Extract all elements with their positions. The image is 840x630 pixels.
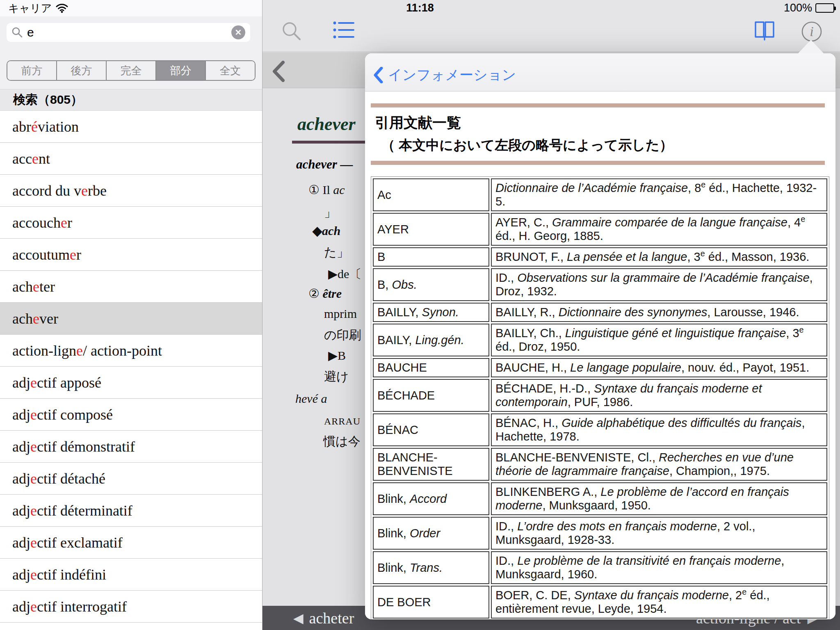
battery-percent-label: 100%: [784, 2, 812, 14]
text-run: Ling.gén.: [415, 333, 464, 347]
result-text: ach: [12, 278, 33, 295]
segment-button[interactable]: 完全: [107, 61, 156, 80]
text-run: BAILLY, Ch.,: [495, 326, 565, 340]
result-text: ctif détaché: [37, 470, 105, 487]
result-list-item[interactable]: adjectif démonstratif: [0, 431, 262, 463]
result-text: ctif composé: [37, 406, 113, 423]
citation-abbr-cell: B, Obs.: [373, 268, 489, 301]
result-text: ctif indéfini: [37, 566, 106, 583]
bibliography-title: 引用文献一覧: [375, 113, 461, 132]
result-text: adj: [12, 598, 30, 615]
result-list-item[interactable]: adjectif interrogatif: [0, 591, 262, 623]
citation-abbr-cell: BÉCHADE: [373, 379, 489, 412]
text-run: BAILLY,: [377, 306, 422, 319]
toolbar-index-list-icon[interactable]: [333, 21, 354, 39]
search-field[interactable]: ✕: [7, 23, 250, 42]
text-run: Ac: [377, 188, 391, 201]
text-run: ID.,: [495, 554, 517, 567]
prev-entry-button[interactable]: ◀ acheter: [293, 609, 354, 627]
result-list-item[interactable]: action-ligne / action-point: [0, 335, 262, 367]
text-run: 慣は今: [323, 434, 361, 448]
segment-button[interactable]: 後方: [57, 61, 107, 80]
information-popover: インフォメーション 引用文献一覧 （ 本文中において左段の略号によって示した） …: [365, 53, 835, 619]
citation-abbr-cell: BLANCHE-BENVENISTE: [373, 448, 489, 481]
result-text: e: [30, 502, 37, 519]
search-sidebar: キャリア ✕ 前方後方完全部分全文 検索（805） abréviationacc…: [0, 0, 262, 630]
citation-row: AcDictionnaire de l’Académie française, …: [373, 178, 827, 211]
text-run: , Larousse, 1946.: [707, 306, 799, 319]
entry-text-line: ② être: [308, 286, 342, 301]
text-run: BLANCHE-BENVENISTE, Cl.,: [495, 451, 659, 464]
text-run: の印刷: [324, 328, 361, 342]
result-text: e: [30, 406, 37, 423]
svg-text:i: i: [810, 24, 813, 39]
result-text: adj: [12, 374, 30, 391]
popover-back-label: インフォメーション: [388, 66, 516, 84]
citation-abbr-cell: Blink, Accord: [373, 482, 489, 515]
result-list-item[interactable]: accoucher: [0, 207, 262, 239]
text-run: た」: [324, 245, 349, 259]
result-text: accoutum: [12, 246, 70, 263]
result-list-item[interactable]: accent: [0, 143, 262, 175]
result-text: e: [30, 438, 37, 455]
entry-text-line: 避け: [324, 368, 349, 385]
segment-button[interactable]: 前方: [7, 61, 57, 80]
result-list-item[interactable]: accoutumer: [0, 239, 262, 271]
text-run: BOER, C. DE,: [495, 589, 574, 602]
citation-row: BÉCHADEBÉCHADE, H.-D., Syntaxe du frança…: [373, 379, 827, 412]
result-list-item[interactable]: adjectif indéfini: [0, 559, 262, 591]
text-run: Blink,: [377, 492, 410, 505]
result-list-item[interactable]: accord du verbe: [0, 175, 262, 207]
segment-button[interactable]: 全文: [206, 61, 255, 80]
citation-row: Blink, Trans.ID., Le problème de la tran…: [373, 551, 827, 584]
entry-text-line: ▶B: [328, 348, 346, 363]
back-chevron-icon[interactable]: [272, 61, 285, 82]
result-text: e: [33, 310, 39, 327]
citation-ref-cell: BÉCHADE, H.-D., Syntaxe du français mode…: [491, 379, 827, 412]
popover-back-button[interactable]: インフォメーション: [373, 66, 516, 84]
search-input[interactable]: [23, 25, 231, 39]
result-text: adj: [12, 502, 30, 519]
entry-text-line: mprim: [324, 307, 357, 321]
headword-rule: [292, 141, 365, 144]
search-mode-segmented-control: 前方後方完全部分全文: [7, 60, 256, 81]
result-list-item[interactable]: adjectif exclamatif: [0, 527, 262, 559]
entry-text-line: ① Il ac: [308, 183, 345, 197]
result-text: adj: [12, 438, 30, 455]
result-list-item[interactable]: adjectif déterminatif: [0, 495, 262, 527]
text-run: Accord: [410, 492, 447, 505]
popover-arrow: [798, 40, 824, 54]
result-text: / action-point: [83, 342, 162, 359]
result-list-item[interactable]: achever: [0, 303, 262, 335]
result-list-item[interactable]: adjectif apposé: [0, 367, 262, 399]
toolbar-info-icon[interactable]: i: [801, 21, 823, 43]
text-run: ac: [333, 183, 345, 196]
text-run: ① Il: [308, 183, 333, 196]
text-run: 避け: [324, 370, 349, 383]
text-run: BAILLY, R.,: [495, 306, 559, 319]
citation-abbr-cell: BAILLY, Synon.: [373, 303, 489, 322]
citation-abbr-cell: BAILY, Ling.gén.: [373, 324, 489, 356]
dictionary-entry-fragment: achever achever — ① Il ac」◆achた」▶de〔② êt…: [262, 88, 365, 606]
result-list-item[interactable]: abréviation: [0, 111, 262, 143]
result-text: ctif déterminatif: [37, 502, 132, 519]
result-text: ctif interrogatif: [37, 598, 127, 615]
segment-button[interactable]: 部分: [156, 61, 206, 80]
result-list-item[interactable]: acheter: [0, 271, 262, 303]
toolbar-bookmark-book-icon[interactable]: [754, 21, 775, 41]
toolbar-search-icon[interactable]: [281, 21, 302, 42]
result-text: ach: [12, 310, 33, 327]
result-list-item[interactable]: adjectif composé: [0, 399, 262, 431]
citation-row: BAILY, Ling.gén.BAILLY, Ch., Linguistiqu…: [373, 324, 827, 356]
entry-text-line: 慣は今: [323, 433, 361, 450]
entry-text-line: ARRAU: [324, 413, 361, 427]
text-run: Trans.: [410, 561, 443, 574]
entry-headword: achever: [297, 114, 356, 135]
result-text: ctif démonstratif: [37, 438, 135, 455]
text-run: éd., Masson, 1936.: [705, 250, 810, 263]
result-text: e: [61, 214, 67, 231]
text-run: éd., H. Georg, 1885.: [495, 229, 603, 242]
clear-search-icon[interactable]: ✕: [231, 25, 245, 39]
text-run: hevé a: [295, 392, 327, 405]
result-list-item[interactable]: adjectif détaché: [0, 463, 262, 495]
